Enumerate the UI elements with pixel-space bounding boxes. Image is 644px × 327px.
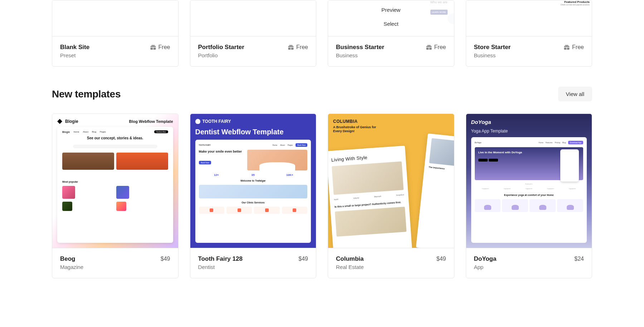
template-thumbnail: Featured Products Check out new and popu… <box>466 0 592 36</box>
template-card-columbia[interactable]: COLUMBIA A Brushstroke of Genius for Eve… <box>328 114 454 278</box>
template-category[interactable]: Real Estate <box>336 264 446 270</box>
template-title[interactable]: DoYoga <box>474 255 497 263</box>
template-info: Store Starter Free Business <box>466 36 592 66</box>
thumb-search-bar <box>73 145 157 148</box>
template-thumbnail: COLUMBIA A Brushstroke of Genius for Eve… <box>328 114 454 248</box>
starter-templates-grid: Blank Site Free Preset Portfolio Starter… <box>52 0 592 67</box>
template-category[interactable]: Magazine <box>60 264 170 270</box>
template-thumbnail: TOOTH FAIRY Dentist Webflow Template TOO… <box>190 114 316 248</box>
price-free-label: Free <box>434 44 446 51</box>
template-title[interactable]: Blank Site <box>60 44 89 51</box>
thumb-sub: A Brushstroke of Genius for Every Design… <box>333 125 383 133</box>
phone-mockup-icon <box>560 149 579 182</box>
thumb-hero-text: See our concept, stories & ideas. <box>62 136 168 140</box>
thumb-title: Dentist Webflow Template <box>195 128 311 136</box>
preview-button[interactable]: Preview <box>381 7 400 13</box>
template-price: $49 <box>436 256 446 262</box>
template-info: Portfolio Starter Free Portfolio <box>190 36 316 66</box>
template-price: Free <box>150 44 170 51</box>
template-info: Business Starter Free Business <box>328 36 454 66</box>
gift-icon <box>150 44 156 51</box>
template-title[interactable]: Portfolio Starter <box>198 44 244 51</box>
template-info: Beog $49 Magazine <box>52 248 178 278</box>
select-button[interactable]: Select <box>375 18 407 30</box>
template-title[interactable]: Business Starter <box>336 44 384 51</box>
template-title[interactable]: Tooth Fairy 128 <box>198 255 243 263</box>
template-price: Free <box>564 44 584 51</box>
template-info: Blank Site Free Preset <box>52 36 178 66</box>
tooth-icon <box>195 119 200 124</box>
section-title: New templates <box>52 88 121 100</box>
template-category[interactable]: App <box>474 264 584 270</box>
thumb-logo-text: Blogie <box>65 119 78 124</box>
template-thumbnail <box>190 0 316 36</box>
template-price: $24 <box>574 256 584 262</box>
template-thumbnail <box>52 0 178 36</box>
template-title[interactable]: Store Starter <box>474 44 511 51</box>
template-category[interactable]: Portfolio <box>198 52 308 58</box>
price-free-label: Free <box>572 44 584 51</box>
thumb-brand: DoYoga <box>471 119 587 125</box>
template-category[interactable]: Business <box>474 52 584 58</box>
template-thumbnail: Blogie Blog Webflow Template BlogieHomeA… <box>52 114 178 248</box>
template-card-tooth-fairy[interactable]: TOOTH FAIRY Dentist Webflow Template TOO… <box>190 114 317 278</box>
gift-icon <box>288 44 294 51</box>
template-card-blank[interactable]: Blank Site Free Preset <box>52 0 179 67</box>
thumb-brand: COLUMBIA <box>333 119 454 124</box>
template-title[interactable]: Beog <box>60 255 75 263</box>
section-header: New templates View all <box>52 87 592 101</box>
price-free-label: Free <box>296 44 308 51</box>
gift-icon <box>426 44 432 51</box>
template-thumbnail: Who we are LEARN MORE Preview Select <box>328 0 454 36</box>
template-card-portfolio[interactable]: Portfolio Starter Free Portfolio <box>190 0 317 67</box>
view-all-button[interactable]: View all <box>558 87 592 101</box>
template-price: Free <box>288 44 308 51</box>
template-price: Free <box>426 44 446 51</box>
template-hover-overlay: Preview Select <box>328 0 454 36</box>
template-card-doyoga[interactable]: DoYoga Yoga App Template DoYogaHomeFeatu… <box>466 114 592 278</box>
price-free-label: Free <box>158 44 170 51</box>
template-card-business[interactable]: Who we are LEARN MORE Preview Select Bus… <box>328 0 454 67</box>
template-price: $49 <box>161 256 170 262</box>
template-title[interactable]: Columbia <box>336 255 364 263</box>
thumb-section-label: Most popular <box>62 181 168 183</box>
template-category[interactable]: Business <box>336 52 446 58</box>
new-templates-grid: Blogie Blog Webflow Template BlogieHomeA… <box>52 114 592 278</box>
thumb-subheading: Check out new and popular products <box>561 4 590 6</box>
gift-icon <box>564 44 570 51</box>
template-category[interactable]: Preset <box>60 52 170 58</box>
template-category[interactable]: Dentist <box>198 264 308 270</box>
template-price: $49 <box>298 256 308 262</box>
template-info: DoYoga $24 App <box>466 248 592 278</box>
template-info: Columbia $49 Real Estate <box>328 248 454 278</box>
template-thumbnail: DoYoga Yoga App Template DoYogaHomeFeatu… <box>466 114 592 248</box>
template-card-beog[interactable]: Blogie Blog Webflow Template BlogieHomeA… <box>52 114 179 278</box>
template-info: Tooth Fairy 128 $49 Dentist <box>190 248 316 278</box>
thumb-heading: Featured Products <box>564 0 590 4</box>
thumb-logo-text: TOOTH FAIRY <box>203 119 231 124</box>
thumb-sub: Yoga App Template <box>471 129 587 134</box>
logo-icon <box>57 119 62 124</box>
template-card-store[interactable]: Featured Products Check out new and popu… <box>466 0 592 67</box>
thumb-tag: Blog Webflow Template <box>129 119 173 124</box>
